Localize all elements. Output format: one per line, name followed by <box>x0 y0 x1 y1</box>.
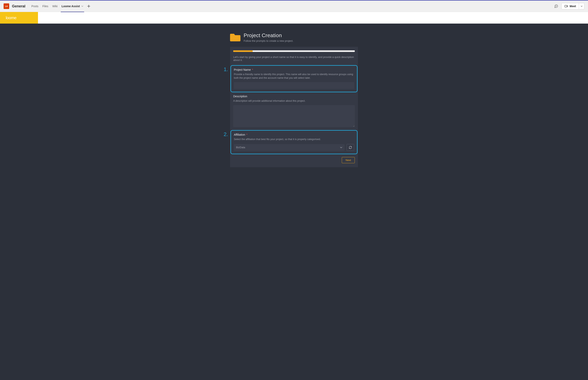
affiliation-hint: Select the affiliation that best fits yo… <box>234 137 354 141</box>
required-mark: * <box>252 68 253 71</box>
folder-icon <box>230 33 240 42</box>
page-header: Project Creation Follow the prompts to c… <box>230 32 358 42</box>
callout-number-1: 1. <box>224 66 228 73</box>
team-avatar[interactable]: LA <box>4 3 9 9</box>
teams-tabs: Posts Files Wiki Loome Assist <box>29 0 91 12</box>
affiliation-highlight: Affiliation * Select the affiliation tha… <box>231 130 357 154</box>
main-area: Project Creation Follow the prompts to c… <box>0 24 588 380</box>
add-tab-button[interactable] <box>85 4 91 8</box>
chevron-down-icon <box>340 146 342 149</box>
loome-logo-icon: loome <box>5 15 33 20</box>
meet-button[interactable]: Meet <box>561 3 579 9</box>
progress-fill <box>233 50 253 52</box>
svg-text:loome: loome <box>6 15 17 20</box>
project-name-label-text: Project Name <box>234 68 251 71</box>
description-input[interactable] <box>233 105 355 127</box>
affiliation-section: 2. Affiliation * Select the affiliation … <box>233 130 355 154</box>
video-icon <box>564 4 568 8</box>
teams-left-group: LA General Posts Files Wiki Loome Assist <box>4 0 91 12</box>
tab-wiki[interactable]: Wiki <box>50 0 59 12</box>
loome-header: loome <box>0 12 588 24</box>
description-section: Description A description will provide a… <box>233 94 355 130</box>
affiliation-label-text: Affiliation <box>234 133 245 136</box>
form-card: Let's start by giving your project a sho… <box>230 47 358 167</box>
description-label: Description <box>233 95 355 98</box>
tab-loome-assist-label: Loome Assist <box>61 5 80 8</box>
plus-icon <box>87 4 91 8</box>
next-button[interactable]: Next <box>342 157 355 163</box>
chat-icon <box>554 4 558 8</box>
tab-loome-assist[interactable]: Loome Assist <box>59 0 85 12</box>
tab-posts[interactable]: Posts <box>29 0 40 12</box>
chevron-down-icon <box>81 5 83 8</box>
progress-bar <box>233 50 355 52</box>
required-mark: * <box>246 133 247 136</box>
form-intro-text: Let's start by giving your project a sho… <box>233 56 355 61</box>
page-title: Project Creation <box>244 32 294 38</box>
loome-logo[interactable]: loome <box>0 12 38 24</box>
tab-files[interactable]: Files <box>40 0 50 12</box>
teams-top-bar: LA General Posts Files Wiki Loome Assist <box>0 0 588 12</box>
refresh-icon <box>349 146 352 149</box>
channel-name[interactable]: General <box>12 4 25 8</box>
svg-rect-0 <box>565 5 567 7</box>
description-hint: A description will provide additional in… <box>233 99 355 103</box>
affiliation-refresh-button[interactable] <box>347 144 354 151</box>
chevron-down-icon <box>581 5 583 7</box>
content-column: Project Creation Follow the prompts to c… <box>230 32 358 368</box>
project-name-hint: Provide a friendly name to identify this… <box>234 73 354 80</box>
affiliation-selected-value: BizData <box>236 146 245 149</box>
affiliation-select[interactable]: BizData <box>234 144 345 151</box>
page-subtitle: Follow the prompts to create a new proje… <box>244 39 294 42</box>
meet-dropdown-button[interactable] <box>579 3 584 9</box>
chat-reply-button[interactable] <box>553 3 559 9</box>
form-actions: Next <box>233 157 355 163</box>
project-name-input[interactable] <box>234 82 354 89</box>
teams-right-group: Meet <box>553 3 584 9</box>
meet-button-group: Meet <box>561 3 584 9</box>
affiliation-label: Affiliation * <box>234 133 354 136</box>
project-name-highlight: Project Name * Provide a friendly name t… <box>231 65 357 92</box>
meet-label: Meet <box>570 5 576 8</box>
project-name-label: Project Name * <box>234 68 354 71</box>
callout-number-2: 2. <box>224 131 228 137</box>
project-name-section: 1. Project Name * Provide a friendly nam… <box>233 65 355 92</box>
